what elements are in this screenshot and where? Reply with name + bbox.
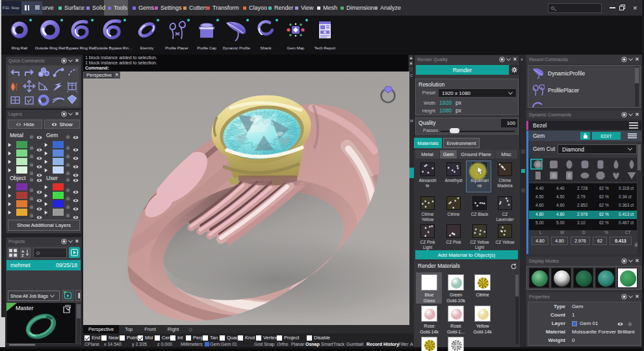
svg-text:Z: Z xyxy=(21,254,24,257)
svg-text:A: A xyxy=(21,250,25,254)
